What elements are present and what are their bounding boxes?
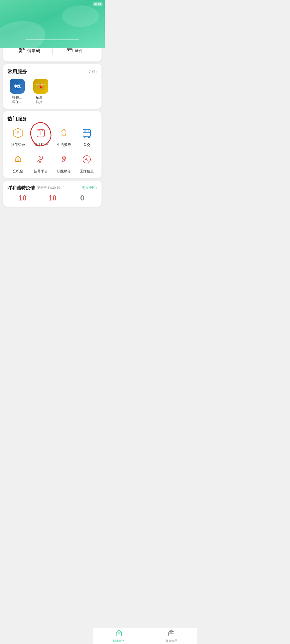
svg-rect-10 [67,48,72,52]
hot-label-gjj: 公积金 [13,169,23,174]
svg-text:¥: ¥ [16,130,20,135]
svg-rect-5 [20,51,21,52]
hot-item-life[interactable]: 生活缴费 [53,126,74,147]
hot-services-title: 热门服务 [8,116,27,122]
hot-label-nucleic: 核酸服务 [57,169,71,174]
hot-label-medical: 医疗信息 [80,169,94,174]
epi-value-2: 0 [67,194,97,202]
svg-text:www.GOV.cn: www.GOV.cn [36,84,45,86]
epi-value-1: 10 [37,194,67,202]
common-services-header: 常用服务 更多 › [8,68,97,75]
common-services-title: 常用服务 [8,68,27,75]
hot-item-gjj[interactable]: ¥ 公积金 [8,152,28,174]
register-icon [34,152,48,167]
shebao-icon: ¥ [11,126,25,140]
hot-label-yibao: 医保综合 [34,142,48,147]
hero-banner: iE 14 [0,0,105,48]
svg-text:¥: ¥ [17,158,19,162]
epi-num-2: 0 [67,194,97,202]
gjj-icon: ¥ [11,152,25,167]
service-item-zhongyibao[interactable]: 中医 呼和… 医保… [8,79,27,104]
medical-icon [79,152,94,167]
service-label-zhongyibao: 呼和… 医保… [12,95,22,104]
hot-item-nucleic[interactable]: 核酸服务 [53,152,74,174]
bus-icon [79,126,94,140]
main-content: 健康码 证件 常用服务 更多 › [0,40,105,228]
svg-rect-6 [23,51,23,51]
certificate-icon [67,48,73,54]
epidemic-enter-button[interactable]: 进入专区 › [82,185,97,190]
certificate-label: 证件 [75,48,83,54]
hot-item-yibao[interactable]: 医保综合 [31,126,52,147]
epi-value-0: 10 [8,194,37,202]
hot-label-life: 生活缴费 [57,142,71,147]
hot-item-bus[interactable]: 公交 [77,126,97,147]
svg-rect-7 [24,51,24,51]
svg-point-31 [39,161,41,163]
hot-item-shebao[interactable]: ¥ 社保综合 [8,126,28,147]
svg-point-34 [86,159,87,160]
common-services-grid: 中医 呼和… 医保… www.GOV.cn [8,79,97,104]
ie14-badge: iE 14 [93,2,103,6]
epidemic-update: 更新于 11/30 19:11 [37,186,65,190]
hot-label-shebao: 社保综合 [11,142,25,147]
chevron-right-icon: › [96,186,97,190]
svg-text:中医: 中医 [14,84,21,88]
hot-label-bus: 公交 [83,142,90,147]
hero-decoration [26,39,79,40]
epidemic-title-group: 呼和浩特疫情 更新于 11/30 19:11 [8,185,65,191]
yibao-icon [34,126,48,140]
nucleic-icon [57,152,71,167]
svg-rect-18 [40,87,42,88]
hot-item-medical[interactable]: 医疗信息 [77,152,97,174]
service-item-gov[interactable]: www.GOV.cn 征集… 防控… [31,79,50,104]
epidemic-numbers: 10 10 0 [8,194,97,202]
hot-services-header: 热门服务 [8,116,97,122]
life-icon [57,126,71,140]
service-label-gov: 征集… 防控… [36,95,46,104]
bottom-spacer [3,209,102,228]
common-services-card: 常用服务 更多 › 中医 呼和… 医保… [3,64,102,109]
health-code-icon [19,47,25,54]
epidemic-header: 呼和浩特疫情 更新于 11/30 19:11 进入专区 › [8,185,97,191]
chevron-right-icon: › [96,70,97,74]
zhongyibao-icon: 中医 [10,79,25,94]
svg-rect-27 [84,130,86,132]
svg-rect-28 [88,130,89,132]
epidemic-card: 呼和浩特疫情 更新于 11/30 19:11 进入专区 › 10 10 0 [3,181,102,207]
hot-services-card: 热门服务 ¥ 社保综合 [3,111,102,178]
epi-num-0: 10 [8,194,37,202]
svg-rect-9 [24,52,24,52]
epidemic-title: 呼和浩特疫情 [8,185,35,191]
epi-num-1: 10 [37,194,67,202]
svg-rect-12 [68,50,69,51]
svg-rect-8 [23,52,23,52]
more-button[interactable]: 更多 › [88,69,97,74]
gov-icon: www.GOV.cn [33,79,48,94]
hot-item-register[interactable]: 挂号平台 [31,152,52,174]
hot-services-grid: ¥ 社保综合 医保综合 [8,126,97,174]
health-code-label: 健康码 [27,48,40,54]
hot-label-register: 挂号平台 [34,169,48,174]
